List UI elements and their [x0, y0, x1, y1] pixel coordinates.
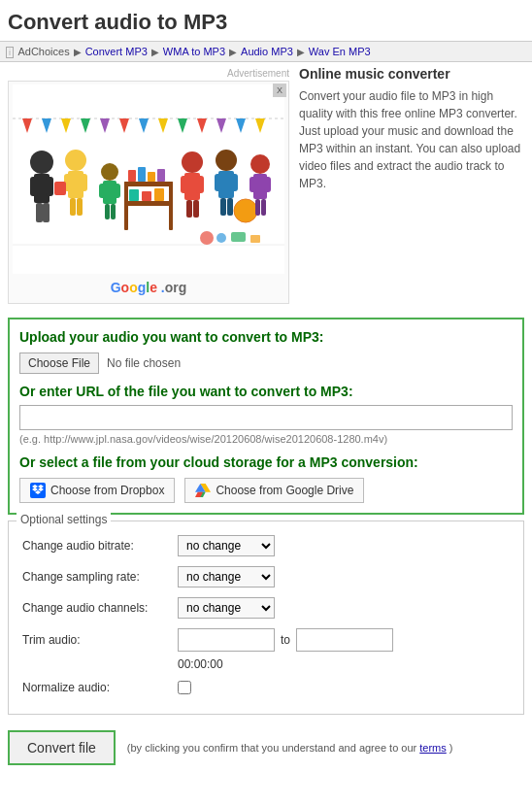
- svg-rect-7: [43, 203, 50, 222]
- ad-close-button[interactable]: X: [273, 84, 286, 97]
- bitrate-label: Change audio bitrate:: [22, 539, 178, 553]
- gdrive-icon: [195, 483, 211, 498]
- trim-row: Trim audio: to: [22, 628, 510, 652]
- terms-text: (by clicking you confirm that you unders…: [127, 740, 453, 756]
- ad-text-body: Convert your audio file to MP3 in high q…: [299, 87, 524, 192]
- ad-image-box: X: [8, 81, 289, 304]
- dropbox-label: Choose from Dropbox: [50, 484, 164, 497]
- svg-rect-4: [30, 177, 38, 196]
- svg-rect-18: [114, 184, 120, 198]
- convert-file-button[interactable]: Convert file: [8, 730, 116, 765]
- svg-rect-22: [124, 201, 173, 206]
- svg-rect-34: [181, 176, 188, 193]
- svg-rect-30: [142, 191, 151, 201]
- settings-legend: Optional settings: [17, 513, 111, 526]
- svg-marker-73: [35, 490, 41, 494]
- upload-title: Upload your audio you want to convert to…: [19, 329, 513, 345]
- svg-rect-47: [249, 177, 256, 192]
- page-title: Convert audio to MP3: [0, 0, 532, 41]
- bitrate-select[interactable]: no change 32 kbit/s 64 kbit/s 96 kbit/s …: [178, 535, 275, 556]
- svg-rect-29: [129, 189, 139, 201]
- cloud-buttons: Choose from Dropbox Choose from Google D…: [19, 478, 513, 503]
- sampling-label: Change sampling rate:: [22, 570, 178, 584]
- channels-label: Change audio channels:: [22, 601, 178, 615]
- trim-inputs: to: [178, 628, 393, 652]
- svg-marker-71: [32, 487, 38, 491]
- breadcrumb-item-1[interactable]: WMA to MP3: [163, 46, 225, 57]
- channels-select[interactable]: no change 1 (Mono) 2 (Stereo): [178, 597, 275, 619]
- bitrate-row: Change audio bitrate: no change 32 kbit/…: [22, 535, 510, 556]
- adchoices-item[interactable]: i AdChoices: [6, 46, 70, 57]
- cloud-label: Or select a file from your cloud storage…: [19, 454, 513, 470]
- choose-file-button[interactable]: Choose File: [19, 353, 99, 374]
- normalize-checkbox[interactable]: [178, 681, 191, 694]
- svg-rect-54: [250, 235, 260, 243]
- breadcrumb-item-2[interactable]: Audio MP3: [241, 46, 293, 57]
- svg-rect-26: [138, 167, 146, 182]
- normalize-row: Normalize audio:: [22, 681, 510, 694]
- terms-link[interactable]: terms: [419, 742, 447, 754]
- svg-rect-20: [111, 204, 116, 219]
- trim-to-label: to: [281, 633, 290, 647]
- svg-point-15: [101, 163, 118, 181]
- adchoices-label: AdChoices: [17, 46, 69, 57]
- gdrive-label: Choose from Google Drive: [216, 484, 353, 497]
- terms-pre-text: (by clicking you confirm that you unders…: [127, 742, 416, 754]
- svg-rect-53: [231, 232, 246, 242]
- breadcrumb-item-3[interactable]: Wav En MP3: [309, 46, 371, 57]
- svg-point-32: [182, 151, 203, 173]
- file-input-row: Choose File No file chosen: [19, 353, 513, 374]
- upload-section: Upload your audio you want to convert to…: [8, 318, 524, 515]
- svg-rect-31: [154, 188, 164, 201]
- svg-point-2: [30, 151, 53, 174]
- breadcrumb-arrow-2: ▶: [229, 47, 237, 57]
- svg-rect-50: [261, 199, 266, 216]
- optional-settings: Optional settings Change audio bitrate: …: [8, 521, 524, 715]
- svg-rect-41: [230, 174, 238, 191]
- svg-rect-14: [54, 182, 66, 195]
- dropbox-button[interactable]: Choose from Dropbox: [19, 478, 175, 503]
- trim-start-input[interactable]: [178, 628, 275, 652]
- svg-point-52: [216, 233, 226, 243]
- url-label: Or enter URL of the file you want to con…: [19, 384, 513, 399]
- svg-point-8: [65, 150, 86, 171]
- svg-rect-23: [124, 182, 128, 230]
- breadcrumb-arrow-0: ▶: [74, 47, 82, 57]
- sampling-row: Change sampling rate: no change 8000 Hz …: [22, 566, 510, 588]
- normalize-label: Normalize audio:: [22, 681, 178, 694]
- svg-rect-11: [80, 174, 87, 191]
- svg-point-45: [250, 154, 270, 174]
- svg-rect-25: [128, 170, 136, 182]
- convert-section: Convert file (by clicking you confirm th…: [0, 721, 532, 775]
- ad-text-box: Online music converter Convert your audi…: [299, 66, 524, 304]
- ad-section: Advertisement X: [0, 62, 532, 312]
- breadcrumb-item-0[interactable]: Convert MP3: [85, 46, 148, 57]
- dropbox-icon: [30, 483, 46, 498]
- ad-text-title: Online music converter: [299, 66, 524, 82]
- svg-rect-24: [169, 182, 173, 230]
- trim-end-input[interactable]: [296, 628, 393, 652]
- time-display: 00:00:00: [178, 657, 510, 671]
- svg-rect-48: [264, 177, 271, 192]
- url-input[interactable]: [19, 405, 513, 430]
- svg-rect-49: [255, 199, 260, 216]
- settings-content: Change audio bitrate: no change 32 kbit/…: [22, 535, 510, 694]
- sampling-select[interactable]: no change 8000 Hz 11025 Hz 16000 Hz 2205…: [178, 566, 275, 588]
- breadcrumb-arrow-1: ▶: [151, 47, 159, 57]
- svg-point-44: [234, 199, 257, 222]
- svg-rect-5: [46, 177, 53, 196]
- svg-rect-40: [215, 174, 222, 191]
- no-file-text: No file chosen: [107, 356, 181, 370]
- channels-row: Change audio channels: no change 1 (Mono…: [22, 597, 510, 619]
- terms-post-text: ): [449, 742, 453, 754]
- ad-footer: Google .org: [9, 276, 288, 299]
- svg-point-38: [216, 150, 237, 171]
- svg-rect-21: [124, 182, 173, 186]
- svg-rect-12: [70, 198, 76, 216]
- svg-rect-37: [193, 200, 199, 218]
- gdrive-button[interactable]: Choose from Google Drive: [184, 478, 364, 503]
- svg-rect-28: [157, 169, 165, 182]
- trim-label: Trim audio:: [22, 633, 178, 647]
- svg-rect-19: [105, 204, 110, 219]
- svg-rect-43: [227, 198, 233, 216]
